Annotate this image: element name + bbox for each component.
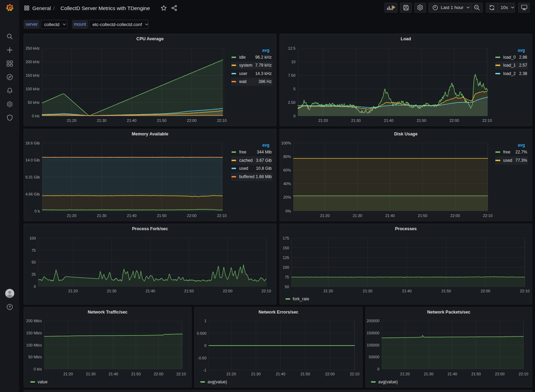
svg-text:?: ?	[8, 305, 10, 309]
